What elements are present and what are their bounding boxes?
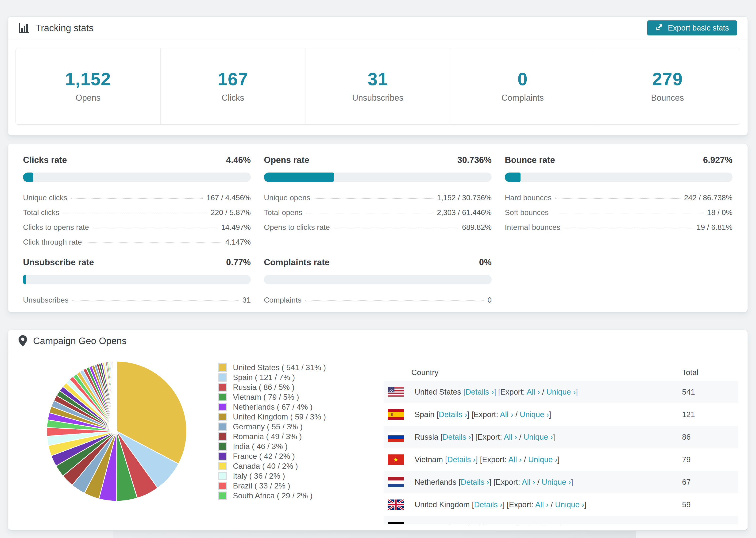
export-unique-link[interactable]: Unique › [528, 455, 558, 464]
rate-row: Complaints0 [264, 293, 492, 307]
rate-value: 0% [479, 257, 492, 267]
rate-row-label: Clicks to opens rate [23, 223, 89, 232]
row-total: 541 [682, 388, 738, 397]
details-link[interactable]: Details › [465, 388, 494, 396]
row-total: 55 [682, 523, 738, 524]
progress-bar [505, 173, 732, 182]
campaign-geo-opens-card: Campaign Geo Opens United States ( 541 /… [8, 330, 748, 530]
export-all-link[interactable]: All › [504, 433, 517, 441]
legend-item: Brazil ( 33 / 2% ) [218, 481, 350, 491]
stat-value: 31 [305, 69, 450, 89]
country-name: Netherlands [415, 478, 457, 486]
details-link[interactable]: Details › [443, 433, 471, 441]
legend-label: United Kingdom ( 59 / 3% ) [233, 412, 326, 421]
rate-row-value: 689.82% [462, 223, 492, 232]
export-unique-link[interactable]: Unique › [542, 478, 571, 486]
legend-swatch-icon [218, 393, 227, 402]
export-unique-link[interactable]: Unique › [520, 410, 549, 419]
export-all-link[interactable]: All › [508, 455, 522, 464]
rate-row: Unique opens1,152 / 30.736% [264, 190, 492, 205]
dotted-leader [93, 228, 217, 228]
rate-row-label: Click through rate [23, 238, 82, 246]
table-row: Russia [Details ›] [Export: All › / Uniq… [384, 426, 738, 448]
export-unique-link[interactable]: Unique › [546, 388, 576, 396]
details-link[interactable]: Details › [447, 455, 476, 464]
row-total: 67 [682, 478, 738, 487]
export-label: Export: [486, 523, 511, 524]
export-all-link[interactable]: All › [535, 500, 549, 509]
legend-label: Romania ( 49 / 3% ) [233, 432, 302, 441]
stat-clicks: 167Clicks [160, 48, 305, 125]
geo-table: Country Total United States [Details ›] … [384, 364, 738, 524]
rate-row: Click through rate4.147% [23, 235, 251, 249]
export-all-link[interactable]: All › [522, 478, 535, 486]
geo-header: Campaign Geo Opens [8, 330, 747, 352]
export-unique-link[interactable]: Unique › [532, 523, 561, 524]
rate-row: Opens to clicks rate689.82% [264, 220, 492, 235]
export-all-link[interactable]: All › [527, 388, 540, 396]
stat-value: 1,152 [16, 69, 160, 89]
legend-label: United States ( 541 / 31% ) [233, 363, 326, 372]
legend-swatch-icon [218, 482, 227, 490]
rate-row-value: 31 [242, 296, 251, 304]
flag-es-icon [388, 409, 404, 420]
progress-fill [505, 173, 520, 182]
dotted-leader [314, 198, 433, 198]
dotted-leader [72, 300, 239, 301]
country-cell: Russia [Details ›] [Export: All › / Uniq… [415, 433, 682, 442]
rate-row-value: 14.497% [221, 223, 251, 232]
map-pin-icon [19, 335, 27, 347]
legend-label: Germany ( 55 / 3% ) [233, 422, 303, 431]
rate-title: Clicks rate [23, 155, 67, 165]
rate-row-label: Soft bounces [505, 208, 549, 217]
legend-swatch-icon [218, 472, 227, 480]
table-row: Germany [Details ›] [Export: All › / Uni… [384, 516, 738, 524]
export-unique-link[interactable]: Unique › [555, 500, 584, 509]
stat-value: 167 [161, 69, 305, 89]
stat-label: Opens [16, 93, 160, 103]
stat-unsubscribes: 31Unsubscribes [305, 48, 450, 125]
details-link[interactable]: Details › [474, 500, 503, 509]
progress-fill [23, 173, 33, 182]
export-basic-stats-button[interactable]: Export basic stats [647, 21, 737, 35]
country-cell: Spain [Details ›] [Export: All › / Uniqu… [415, 410, 682, 419]
rate-row: Hard bounces242 / 86.738% [505, 190, 732, 205]
legend-label: France ( 42 / 2% ) [233, 452, 295, 461]
geo-table-header: Country Total [384, 364, 738, 381]
legend-swatch-icon [218, 413, 227, 421]
dotted-leader [305, 300, 484, 301]
flag-vn-icon [388, 455, 404, 465]
legend-item: Italy ( 36 / 2% ) [218, 471, 350, 481]
details-link[interactable]: Details › [460, 478, 489, 486]
progress-fill [23, 275, 26, 284]
country-cell: Germany [Details ›] [Export: All › / Uni… [415, 523, 682, 524]
legend-swatch-icon [218, 373, 227, 382]
legend-label: South Africa ( 29 / 2% ) [233, 491, 312, 500]
table-row: United States [Details ›] [Export: All ›… [384, 381, 738, 403]
table-row: Netherlands [Details ›] [Export: All › /… [384, 471, 738, 493]
export-all-link[interactable]: All › [512, 523, 525, 524]
rate-block-unsubscribe-rate: Unsubscribe rate0.77%Unsubscribes31 [23, 257, 251, 307]
rate-row-label: Opens to clicks rate [264, 223, 330, 232]
tracking-stats-header: Tracking stats Export basic stats [8, 17, 747, 39]
rate-row-label: Internal bounces [505, 223, 561, 232]
rate-row: Internal bounces19 / 6.81% [505, 220, 732, 235]
rate-row-value: 167 / 4.456% [206, 193, 251, 202]
rate-row-value: 2,303 / 61.446% [437, 208, 492, 217]
details-link[interactable]: Details › [451, 523, 479, 524]
export-all-link[interactable]: All › [500, 410, 513, 419]
legend-label: India ( 46 / 3% ) [233, 442, 288, 451]
legend-swatch-icon [218, 383, 227, 392]
legend-swatch-icon [218, 422, 227, 431]
progress-bar [23, 173, 251, 182]
rate-title: Complaints rate [264, 257, 330, 267]
rate-row-value: 4.147% [225, 238, 251, 246]
rate-row: Soft bounces18 / 0% [505, 205, 732, 220]
dotted-leader [306, 213, 433, 213]
progress-bar [264, 173, 492, 182]
details-link[interactable]: Details › [439, 410, 467, 419]
background-band [113, 531, 636, 538]
rates-card: Clicks rate4.46%Unique clicks167 / 4.456… [8, 144, 748, 312]
export-unique-link[interactable]: Unique › [523, 433, 553, 441]
rate-value: 4.46% [226, 155, 251, 165]
